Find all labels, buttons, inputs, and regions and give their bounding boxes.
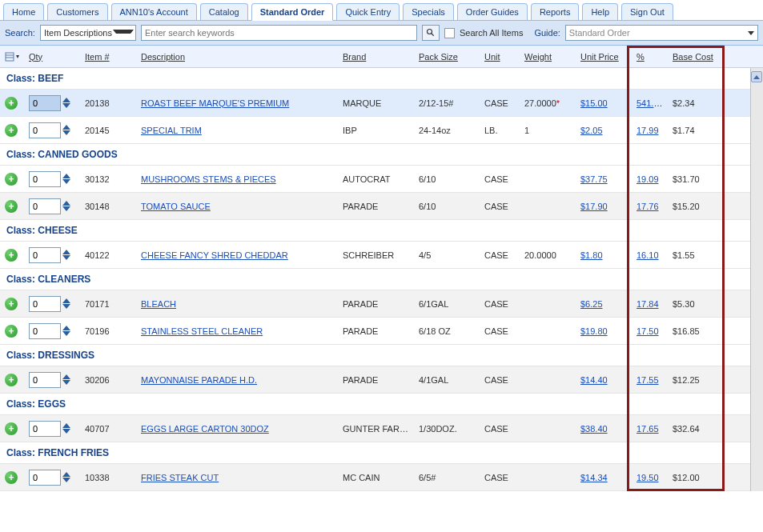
table-row[interactable]: +30132MUSHROOMS STEMS & PIECESAUTOCRAT6/… — [0, 166, 763, 193]
pct-link[interactable]: 541.03 — [637, 98, 664, 108]
tab-home[interactable]: Home — [3, 3, 44, 20]
tab-catalog[interactable]: Catalog — [200, 3, 248, 20]
add-button[interactable]: + — [5, 374, 18, 386]
description-link[interactable]: ROAST BEEF MARQUE'S PREMIUM — [141, 98, 289, 108]
tab-standard-order[interactable]: Standard Order — [251, 3, 334, 21]
qty-up-button[interactable] — [62, 98, 70, 102]
unit-price-link[interactable]: $19.80 — [580, 326, 608, 336]
add-button[interactable]: + — [5, 200, 18, 213]
tab-help[interactable]: Help — [582, 3, 618, 20]
guide-dropdown[interactable]: Standard Order — [565, 25, 758, 41]
add-button[interactable]: + — [5, 422, 18, 435]
qty-up-button[interactable] — [62, 298, 70, 303]
pct-link[interactable]: 17.65 — [637, 424, 659, 434]
col-base-cost[interactable]: Base Cost — [668, 49, 720, 65]
search-button[interactable] — [422, 25, 440, 41]
pct-link[interactable]: 17.50 — [637, 326, 659, 336]
unit-price-link[interactable]: $6.25 — [580, 299, 603, 309]
pct-link[interactable]: 17.84 — [637, 299, 659, 309]
qty-up-button[interactable] — [62, 125, 70, 130]
unit-price-link[interactable]: $17.90 — [580, 202, 608, 211]
table-row[interactable]: +30206MAYONNAISE PARADE H.D.PARADE4/1GAL… — [0, 366, 763, 394]
qty-up-button[interactable] — [62, 374, 70, 379]
col-desc[interactable]: Description — [136, 49, 338, 65]
qty-down-button[interactable] — [62, 304, 70, 309]
search-type-dropdown[interactable]: Item Descriptions — [40, 25, 136, 41]
qty-up-button[interactable] — [62, 326, 70, 330]
qty-down-button[interactable] — [62, 478, 70, 482]
unit-price-link[interactable]: $14.40 — [580, 375, 608, 385]
search-all-checkbox[interactable] — [444, 28, 455, 38]
qty-down-button[interactable] — [62, 206, 70, 211]
col-pack[interactable]: Pack Size — [414, 49, 480, 65]
add-button[interactable]: + — [5, 249, 18, 262]
unit-price-link[interactable]: $14.34 — [580, 473, 608, 482]
qty-down-button[interactable] — [62, 331, 70, 336]
add-button[interactable]: + — [5, 298, 18, 310]
table-row[interactable]: +40122CHEESE FANCY SHRED CHEDDARSCHREIBE… — [0, 242, 763, 269]
pct-link[interactable]: 19.50 — [637, 473, 659, 482]
col-weight[interactable]: Weight — [520, 49, 576, 65]
description-link[interactable]: CHEESE FANCY SHRED CHEDDAR — [141, 250, 288, 260]
qty-input[interactable] — [29, 323, 61, 339]
grid-menu-button[interactable]: ▾ — [0, 49, 24, 65]
qty-up-button[interactable] — [62, 174, 70, 178]
add-button[interactable]: + — [5, 173, 18, 186]
qty-down-button[interactable] — [62, 429, 70, 434]
description-link[interactable]: TOMATO SAUCE — [141, 202, 211, 211]
qty-input[interactable] — [29, 296, 61, 312]
qty-input[interactable] — [29, 470, 61, 486]
qty-input[interactable] — [29, 122, 61, 138]
qty-down-button[interactable] — [62, 130, 70, 135]
description-link[interactable]: FRIES STEAK CUT — [141, 473, 219, 482]
unit-price-link[interactable]: $2.05 — [580, 126, 603, 135]
qty-input[interactable] — [29, 198, 61, 214]
scrollbar[interactable] — [750, 68, 763, 491]
description-link[interactable]: EGGS LARGE CARTON 30DOZ — [141, 424, 269, 434]
table-row[interactable]: +70196STAINLESS STEEL CLEANERPARADE6/18 … — [0, 318, 763, 345]
qty-up-button[interactable] — [62, 201, 70, 206]
unit-price-link[interactable]: $37.75 — [580, 174, 608, 184]
description-link[interactable]: MAYONNAISE PARADE H.D. — [141, 375, 257, 385]
table-row[interactable]: +70171BLEACHPARADE6/1GALCASE$6.2517.84$5… — [0, 290, 763, 318]
tab-reports[interactable]: Reports — [531, 3, 580, 20]
pct-link[interactable]: 16.10 — [637, 250, 659, 260]
qty-input[interactable] — [29, 171, 61, 187]
description-link[interactable]: STAINLESS STEEL CLEANER — [141, 326, 263, 336]
tab-ann10-s-account[interactable]: ANN10's Account — [111, 3, 197, 20]
unit-price-link[interactable]: $38.40 — [580, 424, 608, 434]
unit-price-link[interactable]: $15.00 — [580, 98, 608, 108]
table-row[interactable]: +20145SPECIAL TRIMIBP24-14ozLB.1$2.0517.… — [0, 117, 763, 144]
pct-link[interactable]: 17.76 — [637, 202, 659, 211]
add-button[interactable]: + — [5, 471, 18, 484]
tab-customers[interactable]: Customers — [47, 3, 107, 20]
pct-link[interactable]: 17.55 — [637, 375, 659, 385]
qty-down-button[interactable] — [62, 380, 70, 385]
unit-price-link[interactable]: $1.80 — [580, 250, 603, 260]
qty-up-button[interactable] — [62, 250, 70, 254]
col-qty[interactable]: Qty — [24, 49, 80, 65]
table-row[interactable]: +20138ROAST BEEF MARQUE'S PREMIUMMARQUE2… — [0, 90, 763, 117]
add-button[interactable]: + — [5, 325, 18, 338]
table-row[interactable]: +40707EGGS LARGE CARTON 30DOZGUNTER FARM… — [0, 415, 763, 442]
qty-input[interactable] — [29, 421, 61, 437]
col-unit[interactable]: Unit — [480, 49, 520, 65]
search-input[interactable] — [141, 25, 417, 41]
description-link[interactable]: SPECIAL TRIM — [141, 126, 202, 135]
tab-order-guides[interactable]: Order Guides — [457, 3, 528, 20]
qty-input[interactable] — [29, 372, 61, 388]
pct-link[interactable]: 19.09 — [637, 174, 659, 184]
tab-specials[interactable]: Specials — [403, 3, 454, 20]
table-row[interactable]: +10338FRIES STEAK CUTMC CAIN6/5#CASE$14.… — [0, 464, 763, 491]
qty-input[interactable] — [29, 95, 61, 111]
col-pct[interactable]: % — [632, 49, 668, 65]
table-row[interactable]: +30148TOMATO SAUCEPARADE6/10CASE$17.9017… — [0, 193, 763, 220]
description-link[interactable]: BLEACH — [141, 299, 176, 309]
description-link[interactable]: MUSHROOMS STEMS & PIECES — [141, 174, 276, 184]
qty-down-button[interactable] — [62, 103, 70, 108]
qty-down-button[interactable] — [62, 179, 70, 184]
col-brand[interactable]: Brand — [338, 49, 414, 65]
scroll-up-button[interactable] — [751, 71, 762, 82]
add-button[interactable]: + — [5, 97, 18, 110]
col-unit-price[interactable]: Unit Price — [576, 49, 632, 65]
